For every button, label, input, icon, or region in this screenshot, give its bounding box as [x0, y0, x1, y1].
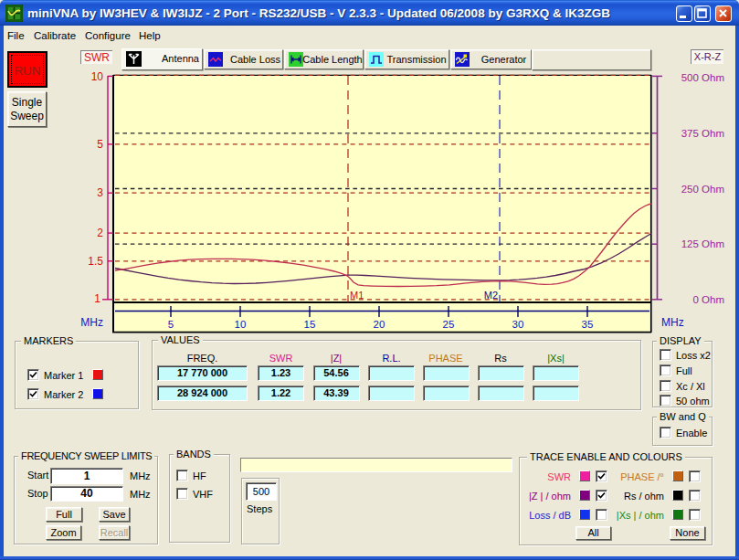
svg-text:10: 10: [91, 70, 104, 83]
svg-text:30: 30: [512, 319, 524, 330]
svg-text:M2: M2: [484, 290, 498, 301]
svg-text:M1: M1: [350, 290, 364, 301]
svg-text:0 Ohm: 0 Ohm: [692, 294, 724, 305]
svg-text:1: 1: [94, 292, 100, 305]
svg-text:250 Ohm: 250 Ohm: [681, 184, 724, 195]
svg-text:MHz: MHz: [661, 316, 684, 329]
svg-text:35: 35: [582, 319, 594, 330]
svg-text:20: 20: [374, 319, 385, 330]
svg-text:5: 5: [97, 138, 103, 151]
svg-text:1.5: 1.5: [88, 255, 103, 268]
svg-text:125 Ohm: 125 Ohm: [681, 238, 724, 249]
svg-text:15: 15: [304, 319, 316, 330]
svg-text:25: 25: [443, 319, 455, 330]
svg-text:MHz: MHz: [80, 316, 103, 329]
svg-text:10: 10: [235, 319, 247, 330]
svg-text:5: 5: [168, 319, 174, 330]
svg-text:375 Ohm: 375 Ohm: [681, 128, 724, 139]
svg-text:2: 2: [97, 227, 103, 239]
svg-text:500 Ohm: 500 Ohm: [681, 72, 724, 83]
svg-text:3: 3: [97, 186, 103, 199]
